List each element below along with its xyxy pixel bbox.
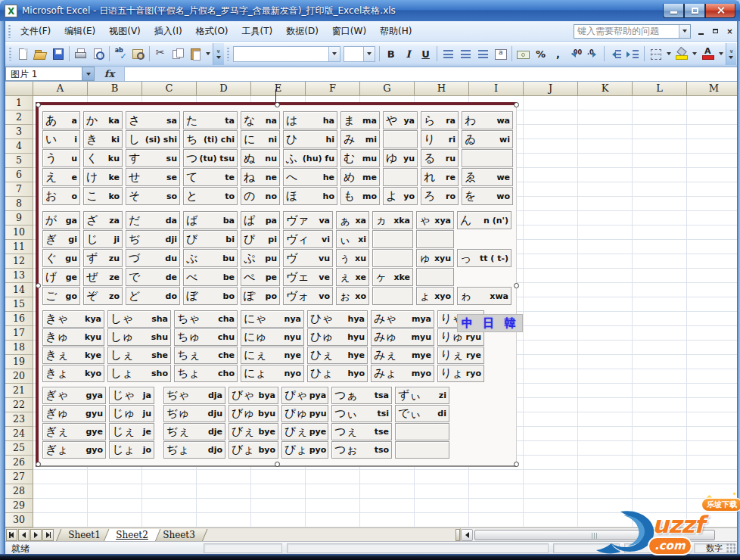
new-workbook-button[interactable] bbox=[14, 45, 32, 63]
toolbar-options-button[interactable]: » bbox=[726, 43, 736, 65]
paste-button[interactable] bbox=[187, 45, 204, 63]
row-header-11[interactable]: 11 bbox=[5, 240, 33, 254]
column-header-a[interactable]: A bbox=[33, 82, 88, 96]
increase-decimal-button[interactable] bbox=[567, 45, 584, 63]
print-button[interactable] bbox=[72, 45, 89, 63]
row-header-6[interactable]: 6 bbox=[5, 168, 33, 182]
align-right-button[interactable] bbox=[474, 45, 492, 63]
row-header-22[interactable]: 22 bbox=[5, 398, 33, 412]
menu-file[interactable]: 文件(F) bbox=[14, 22, 58, 41]
row-header-1[interactable]: 1 bbox=[5, 96, 33, 110]
menu-view[interactable]: 视图(V) bbox=[102, 22, 148, 41]
bold-button[interactable]: B bbox=[382, 45, 400, 63]
row-header-7[interactable]: 7 bbox=[5, 182, 33, 197]
row-header-14[interactable]: 14 bbox=[5, 283, 33, 297]
row-header-9[interactable]: 9 bbox=[5, 211, 33, 226]
row-header-2[interactable]: 2 bbox=[5, 110, 33, 125]
spelling-check-button[interactable] bbox=[112, 45, 129, 63]
align-left-button[interactable] bbox=[440, 45, 457, 63]
selection-handle-bottom-center[interactable] bbox=[275, 462, 280, 467]
row-header-5[interactable]: 5 bbox=[5, 154, 33, 168]
row-header-25[interactable]: 25 bbox=[5, 441, 33, 456]
borders-button[interactable] bbox=[647, 45, 664, 63]
menu-format[interactable]: 格式(O) bbox=[189, 22, 235, 41]
insert-function-button[interactable]: fx bbox=[95, 67, 125, 81]
selection-handle-bottom-right[interactable] bbox=[514, 462, 519, 467]
selection-handle-top-left[interactable] bbox=[36, 102, 41, 107]
dropdown-arrow-button[interactable] bbox=[717, 45, 726, 63]
minimize-button[interactable] bbox=[663, 4, 684, 18]
dropdown-arrow-button[interactable] bbox=[204, 45, 213, 63]
column-header-i[interactable]: I bbox=[469, 82, 524, 96]
underline-button[interactable]: U bbox=[417, 45, 434, 63]
name-box[interactable]: 图片 1 bbox=[5, 67, 82, 81]
help-search-input[interactable] bbox=[574, 26, 679, 37]
column-header-d[interactable]: D bbox=[197, 82, 251, 96]
cut-button[interactable] bbox=[152, 45, 169, 63]
menu-window[interactable]: 窗口(W) bbox=[325, 22, 373, 41]
column-header-k[interactable]: K bbox=[578, 82, 633, 96]
row-header-13[interactable]: 13 bbox=[5, 269, 33, 283]
open-button[interactable] bbox=[32, 45, 49, 63]
column-header-h[interactable]: H bbox=[415, 82, 469, 96]
menu-tools[interactable]: 工具(T) bbox=[235, 22, 280, 41]
first-sheet-button[interactable] bbox=[6, 529, 17, 541]
row-header-27[interactable]: 27 bbox=[5, 470, 33, 484]
help-dropdown-button[interactable] bbox=[679, 25, 690, 38]
fill-color-button[interactable] bbox=[673, 45, 690, 63]
row-header-23[interactable]: 23 bbox=[5, 412, 33, 427]
row-header-16[interactable]: 16 bbox=[5, 312, 33, 326]
row-header-15[interactable]: 15 bbox=[5, 297, 33, 312]
row-header-8[interactable]: 8 bbox=[5, 197, 33, 211]
row-header-20[interactable]: 20 bbox=[5, 369, 33, 384]
dropdown-arrow-button[interactable] bbox=[690, 45, 699, 63]
selection-handle-bottom-left[interactable] bbox=[36, 462, 41, 467]
menu-insert[interactable]: 插入(I) bbox=[148, 22, 189, 41]
scroll-left-button[interactable] bbox=[461, 529, 473, 541]
selection-handle-top-right[interactable] bbox=[514, 102, 519, 107]
row-header-4[interactable]: 4 bbox=[5, 139, 33, 154]
close-button[interactable] bbox=[705, 4, 735, 18]
column-header-f[interactable]: F bbox=[306, 82, 360, 96]
font-size-combo[interactable] bbox=[344, 46, 375, 62]
column-header-l[interactable]: L bbox=[633, 82, 687, 96]
merge-center-button[interactable] bbox=[492, 45, 509, 63]
column-header-e[interactable]: E bbox=[251, 82, 306, 96]
workbook-minimize-button[interactable] bbox=[695, 26, 707, 37]
menu-edit[interactable]: 编辑(E) bbox=[58, 22, 102, 41]
menu-help[interactable]: 帮助(H) bbox=[373, 22, 418, 41]
maximize-button[interactable] bbox=[684, 4, 705, 18]
column-header-g[interactable]: G bbox=[360, 82, 415, 96]
row-header-29[interactable]: 29 bbox=[5, 499, 33, 513]
formula-input[interactable] bbox=[125, 67, 737, 81]
toolbar-options-button[interactable]: » bbox=[213, 43, 223, 65]
workbook-close-button[interactable]: × bbox=[723, 26, 736, 37]
selection-handle-middle-right[interactable] bbox=[514, 283, 519, 288]
align-center-button[interactable] bbox=[457, 45, 474, 63]
copy-button[interactable] bbox=[169, 45, 187, 63]
row-header-19[interactable]: 19 bbox=[5, 355, 33, 369]
kana-chart-picture[interactable]: あaかkaさsaたtaなnaはhaまmaやyaらraわwaいiきkiし(si) … bbox=[36, 102, 517, 467]
row-header-24[interactable]: 24 bbox=[5, 427, 33, 441]
name-box-dropdown-button[interactable] bbox=[82, 67, 95, 81]
percent-style-button[interactable]: % bbox=[532, 45, 549, 63]
comma-style-button[interactable]: , bbox=[549, 45, 567, 63]
row-header-10[interactable]: 10 bbox=[5, 226, 33, 240]
increase-indent-button[interactable] bbox=[624, 45, 642, 63]
menubar-drag-handle[interactable] bbox=[8, 24, 11, 38]
column-header-c[interactable]: C bbox=[142, 82, 197, 96]
next-sheet-button[interactable] bbox=[30, 529, 42, 541]
row-header-12[interactable]: 12 bbox=[5, 254, 33, 269]
selection-handle-top-center[interactable] bbox=[275, 102, 280, 107]
selection-handle-middle-left[interactable] bbox=[36, 283, 41, 288]
row-header-28[interactable]: 28 bbox=[5, 484, 33, 499]
italic-button[interactable]: I bbox=[400, 45, 417, 63]
previous-sheet-button[interactable] bbox=[18, 529, 30, 541]
row-header-17[interactable]: 17 bbox=[5, 326, 33, 341]
dropdown-arrow-button[interactable] bbox=[664, 45, 673, 63]
workbook-restore-button[interactable] bbox=[709, 26, 722, 37]
toolbar-drag-handle[interactable] bbox=[8, 47, 12, 61]
row-header-18[interactable]: 18 bbox=[5, 341, 33, 355]
font-name-combo[interactable] bbox=[233, 46, 340, 62]
column-header-m[interactable]: M bbox=[687, 82, 737, 96]
